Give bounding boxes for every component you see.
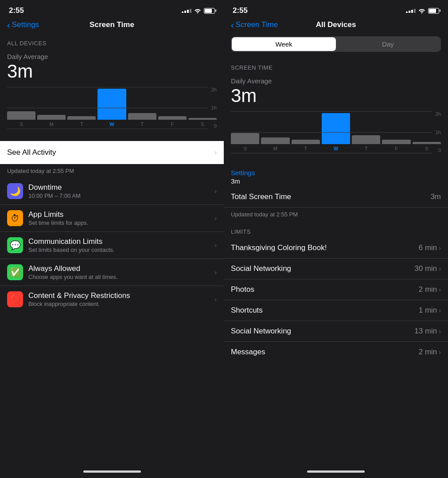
app-time: 30 min — [414, 264, 437, 273]
left-section-label: ALL DEVICES — [0, 33, 224, 49]
home-bar — [83, 470, 141, 473]
right-back-button[interactable]: ‹ Screen Time — [231, 20, 278, 29]
left-avg-label: Daily Average — [7, 53, 217, 60]
left-chart-bars: SMTWTFS — [7, 87, 217, 137]
app-name: Messages — [231, 348, 265, 357]
menu-item-subtitle: Set limits based on your contacts. — [28, 247, 214, 253]
menu-item[interactable]: 💬Communication LimitsSet limits based on… — [0, 232, 224, 259]
menu-item-chevron-icon: › — [214, 188, 217, 195]
right-chart-y-labels: 2h 1h 0 — [436, 111, 441, 153]
left-home-indicator — [0, 467, 224, 478]
app-row-chevron-icon: › — [439, 328, 441, 335]
app-row-right: 30 min› — [414, 264, 441, 273]
menu-item-subtitle: 10:00 PM – 7:00 AM — [28, 192, 214, 199]
chart-col: W — [97, 89, 126, 127]
right-back-chevron-icon: ‹ — [231, 20, 234, 29]
total-label: Total Screen Time — [231, 192, 291, 201]
app-row-chevron-icon: › — [439, 349, 441, 356]
right-avg-label: Daily Average — [231, 77, 441, 85]
limits-section-label: LIMITS — [224, 221, 448, 238]
chart-day-label: M — [50, 121, 54, 127]
see-all-label: See All Activity — [7, 148, 56, 157]
menu-item-subtitle: Choose apps you want at all times. — [28, 274, 214, 280]
app-row-chevron-icon: › — [439, 307, 441, 314]
list-item[interactable]: Social Networking13 min› — [224, 321, 448, 342]
app-row-right: 2 min› — [419, 285, 441, 294]
menu-item-icon: ⏱ — [7, 210, 23, 226]
app-time: 2 min — [419, 348, 437, 357]
list-item[interactable]: Shortcuts1 min› — [224, 300, 448, 321]
list-item[interactable]: Thanksgiving Coloring Book!6 min› — [224, 238, 448, 259]
right-y-label-1h: 1h — [436, 129, 441, 135]
right-home-bar — [307, 470, 365, 473]
chart-bar — [128, 113, 156, 120]
chart-bar — [37, 115, 66, 120]
menu-item[interactable]: ⏱App LimitsSet time limits for apps.› — [0, 205, 224, 232]
settings-app-time: 3m — [231, 177, 441, 185]
chart-day-label: S — [243, 146, 246, 151]
wifi-icon — [194, 8, 201, 13]
settings-app-section: Settings 3m — [224, 165, 448, 187]
app-time: 13 min — [414, 327, 437, 336]
list-item[interactable]: Photos2 min› — [224, 279, 448, 300]
chart-col: M — [37, 115, 66, 127]
see-all-activity-row[interactable]: See All Activity › — [0, 141, 224, 164]
chart-bar — [7, 111, 35, 120]
menu-item-text: Always AllowedChoose apps you want at al… — [28, 264, 214, 280]
chart-bar — [352, 135, 380, 144]
list-item[interactable]: Social Networking30 min› — [224, 259, 448, 279]
chart-bar — [67, 116, 96, 120]
menu-item-chevron-icon: › — [214, 242, 217, 249]
segment-day[interactable]: Day — [336, 37, 440, 51]
chart-col: S — [7, 111, 35, 127]
left-updated-text: Updated today at 2:55 PM — [0, 164, 224, 178]
y-label-1h: 1h — [211, 105, 217, 110]
left-time: 2:55 — [9, 6, 24, 15]
menu-item-text: Downtime10:00 PM – 7:00 AM — [28, 183, 214, 199]
back-chevron-icon: ‹ — [7, 20, 10, 29]
menu-item-title: Downtime — [28, 183, 214, 192]
left-chart-y-labels: 2h 1h 0 — [211, 87, 217, 129]
chart-day-label: F — [171, 121, 174, 127]
left-daily-avg: Daily Average 3m — [0, 49, 224, 83]
app-time: 1 min — [419, 306, 437, 315]
chart-day-label: S — [201, 121, 204, 127]
chart-day-label: T — [304, 146, 307, 151]
app-name: Shortcuts — [231, 306, 263, 315]
chart-day-label: F — [395, 146, 398, 151]
chart-day-label: S — [19, 121, 23, 127]
app-name: Social Networking — [231, 327, 291, 336]
menu-item-icon: 🌙 — [7, 183, 23, 199]
chart-day-label: W — [109, 121, 114, 127]
left-back-button[interactable]: ‹ Settings — [7, 20, 39, 29]
y-label-0: 0 — [214, 123, 217, 129]
menu-item-icon: 🚫 — [7, 291, 23, 307]
app-row-chevron-icon: › — [439, 265, 441, 272]
menu-item[interactable]: 🌙Downtime10:00 PM – 7:00 AM› — [0, 178, 224, 205]
app-time: 6 min — [419, 243, 437, 252]
chart-col: T — [67, 116, 96, 127]
chart-day-label: S — [425, 146, 428, 151]
battery-icon — [204, 8, 215, 14]
list-item[interactable]: Messages2 min› — [224, 342, 448, 362]
left-nav-title: Screen Time — [90, 20, 134, 29]
right-panel: 2:55 ‹ Screen Time All Devices Week Day — [224, 0, 448, 478]
left-status-icons — [182, 8, 215, 14]
menu-item[interactable]: ✅Always AllowedChoose apps you want at a… — [0, 259, 224, 286]
menu-item-chevron-icon: › — [214, 296, 217, 303]
app-name: Social Networking — [231, 264, 291, 273]
chart-bar — [158, 116, 187, 120]
right-signal-icon — [406, 9, 416, 13]
chart-day-label: T — [140, 121, 144, 127]
menu-item-text: Content & Privacy RestrictionsBlock inap… — [28, 291, 214, 307]
see-all-chevron-icon: › — [214, 149, 217, 157]
right-nav-bar: ‹ Screen Time All Devices — [224, 19, 448, 33]
right-nav-title: All Devices — [316, 20, 356, 29]
app-name: Photos — [231, 285, 254, 294]
menu-item-title: App Limits — [28, 210, 214, 219]
chart-col: T — [292, 140, 320, 151]
menu-item-subtitle: Set time limits for apps. — [28, 219, 214, 226]
chart-col: M — [261, 137, 289, 151]
segment-week[interactable]: Week — [232, 37, 336, 51]
menu-item[interactable]: 🚫Content & Privacy RestrictionsBlock ina… — [0, 286, 224, 313]
